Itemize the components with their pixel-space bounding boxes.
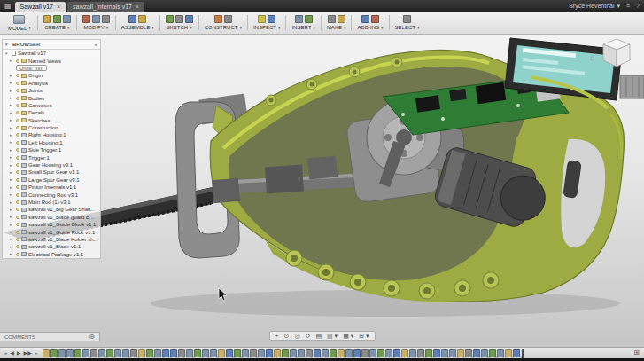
browser-item[interactable]: ▸Decals <box>3 109 100 116</box>
tab-close-icon[interactable]: × <box>136 4 139 10</box>
tool-icon[interactable] <box>63 15 71 23</box>
help-icon[interactable]: ? <box>636 3 640 9</box>
expand-caret-icon[interactable]: ▸ <box>10 126 14 130</box>
expand-caret-icon[interactable]: ▸ <box>10 170 14 175</box>
ribbon-menu-sketch[interactable]: SKETCH▾ <box>162 12 197 33</box>
timeline-feature-icon[interactable] <box>202 349 209 357</box>
expand-caret-icon[interactable]: ▸ <box>10 59 14 63</box>
timeline-feature-icon[interactable] <box>330 349 337 357</box>
timeline-feature-icon[interactable] <box>162 349 169 357</box>
timeline-feature-icon[interactable] <box>226 349 233 357</box>
tool-icon[interactable] <box>224 15 232 23</box>
visibility-bulb-icon[interactable] <box>16 178 19 182</box>
timeline-feature-icon[interactable] <box>242 349 249 357</box>
tool-icon[interactable] <box>403 15 411 23</box>
expand-caret-icon[interactable]: ▸ <box>10 215 14 219</box>
timeline-feature-icon[interactable] <box>369 349 376 357</box>
timeline-feature-icon[interactable] <box>266 349 273 357</box>
expand-caret-icon[interactable]: ▸ <box>10 111 14 115</box>
browser-item[interactable]: ▸Side Trigger:1 <box>3 146 100 153</box>
visibility-bulb-icon[interactable] <box>16 156 19 160</box>
timeline-feature-icon[interactable] <box>449 349 456 357</box>
display-settings-icon[interactable]: ▥ ▾ <box>325 333 339 339</box>
expand-caret-icon[interactable]: ▸ <box>10 230 14 234</box>
expand-caret-icon[interactable]: ▸ <box>10 103 14 107</box>
menu-icon[interactable]: ≡ <box>626 3 630 9</box>
timeline-feature-icon[interactable] <box>58 349 66 357</box>
timeline-feature-icon[interactable] <box>505 349 512 357</box>
play-button[interactable]: ▶ <box>17 350 21 356</box>
orbit-icon[interactable]: ↺ <box>304 333 313 339</box>
step-back-button[interactable]: ◀ <box>10 350 14 356</box>
timeline-feature-icon[interactable] <box>322 349 329 357</box>
visibility-bulb-icon[interactable] <box>16 163 19 167</box>
timeline-feature-icon[interactable] <box>345 349 353 357</box>
timeline-feature-icon[interactable] <box>361 349 369 357</box>
timeline-feature-icon[interactable] <box>178 349 185 357</box>
visibility-bulb-icon[interactable] <box>16 238 19 241</box>
fit-view-icon[interactable]: ◎ <box>292 333 301 339</box>
ribbon-menu-make[interactable]: MAKE▾ <box>323 12 350 33</box>
ribbon-menu-addins[interactable]: ADD-INS▾ <box>353 12 386 33</box>
timeline-feature-icon[interactable] <box>186 349 193 357</box>
expand-caret-icon[interactable]: ▸ <box>10 200 14 205</box>
timeline-feature-icon[interactable] <box>306 349 313 357</box>
timeline-feature-icon[interactable] <box>130 349 137 357</box>
tool-icon[interactable] <box>185 15 193 23</box>
timeline-feature-icon[interactable] <box>43 349 50 357</box>
timeline-feature-icon[interactable] <box>194 349 201 357</box>
tab-close-icon[interactable]: × <box>57 4 60 10</box>
pan-icon[interactable]: + <box>273 333 280 339</box>
browser-item[interactable]: ▸sawzall v1_Blade guard B... <box>3 214 100 221</box>
browser-item[interactable]: ▸Named Views <box>3 57 100 64</box>
browser-item[interactable]: ▸sawzall v1_Big Gear Shaft... <box>3 206 100 213</box>
timeline-feature-icon[interactable] <box>282 349 289 357</box>
timeline-feature-icon[interactable] <box>290 349 297 357</box>
expand-caret-icon[interactable]: ▸ <box>10 81 14 85</box>
visibility-bulb-icon[interactable] <box>16 253 19 256</box>
visibility-bulb-icon[interactable] <box>16 200 19 204</box>
timeline-feature-icon[interactable] <box>393 349 400 357</box>
timeline-feature-icon[interactable] <box>417 349 424 357</box>
browser-root-item[interactable]: ▾ Sawzall v17 <box>3 50 100 57</box>
expand-caret-icon[interactable]: ▸ <box>10 96 14 100</box>
visibility-bulb-icon[interactable] <box>16 148 19 152</box>
tool-icon[interactable] <box>166 15 174 23</box>
expand-caret-icon[interactable]: ▸ <box>10 74 14 78</box>
tool-icon[interactable] <box>328 15 336 23</box>
timeline-feature-icon[interactable] <box>353 349 361 357</box>
visibility-bulb-icon[interactable] <box>16 185 19 189</box>
browser-item[interactable]: ▸Sketches <box>3 117 100 124</box>
expand-caret-icon[interactable]: ▸ <box>10 208 14 212</box>
ribbon-menu-insert[interactable]: INSERT▾ <box>288 12 318 33</box>
timeline-feature-icon[interactable] <box>457 349 464 357</box>
timeline-feature-icon[interactable] <box>250 349 257 357</box>
timeline-feature-icon[interactable] <box>98 349 105 357</box>
visibility-bulb-icon[interactable] <box>16 89 19 92</box>
timeline-feature-icon[interactable] <box>465 349 472 357</box>
visibility-bulb-icon[interactable] <box>16 59 19 63</box>
look-at-icon[interactable]: ▤ <box>314 333 323 339</box>
timeline-feature-icon[interactable] <box>258 349 265 357</box>
visibility-bulb-icon[interactable] <box>16 74 19 77</box>
home-icon[interactable]: ⌂ <box>590 53 594 62</box>
expand-caret-icon[interactable]: ▸ <box>10 148 14 153</box>
browser-item[interactable]: ▸Origin <box>3 72 100 79</box>
browser-item[interactable]: Units: mm <box>3 65 100 72</box>
visibility-bulb-icon[interactable] <box>16 119 19 122</box>
ribbon-menu-construct[interactable]: CONSTRUCT▾ <box>201 12 245 33</box>
expand-caret-icon[interactable]: ▸ <box>10 237 14 241</box>
timeline-feature-icon[interactable] <box>122 349 129 357</box>
browser-item[interactable]: ▸Canvases <box>3 102 100 109</box>
skip-to-start-button[interactable]: « <box>4 350 7 356</box>
comments-panel[interactable]: COMMENTS ⊕ <box>0 332 100 341</box>
timeline-feature-icon[interactable] <box>90 349 97 357</box>
timeline-position-marker[interactable] <box>522 349 524 358</box>
tool-icon[interactable] <box>295 15 303 23</box>
visibility-bulb-icon[interactable] <box>16 231 19 234</box>
browser-item[interactable]: ▸Large Spur Gear v9:1 <box>3 177 100 184</box>
browser-item[interactable]: ▸Analysis <box>3 80 100 87</box>
timeline-feature-icon[interactable] <box>489 349 496 357</box>
skip-to-end-button[interactable]: » <box>35 350 37 356</box>
visibility-bulb-icon[interactable] <box>16 223 19 226</box>
